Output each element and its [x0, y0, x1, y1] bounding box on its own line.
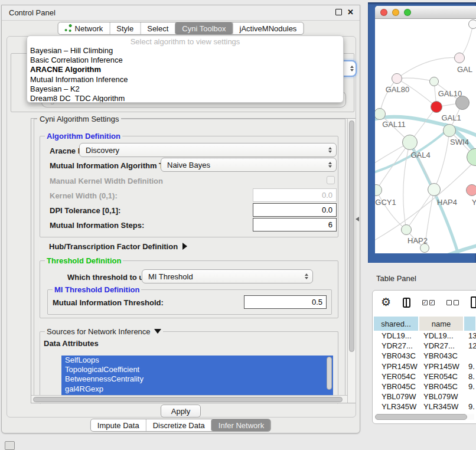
table-row[interactable]: YPR145WYPR145W9. — [374, 361, 476, 371]
settings-vertical-scrollbar[interactable] — [347, 119, 356, 403]
table-cell: 8. — [464, 372, 476, 381]
attributes-scrollbar[interactable] — [327, 357, 332, 390]
gear-icon[interactable]: ⚙ — [381, 296, 391, 308]
table-row[interactable]: YBL079WYBL079W — [374, 392, 476, 402]
tab-label: jActiveMNodules — [240, 24, 297, 33]
split-columns-icon[interactable] — [403, 298, 410, 308]
settings-horizontal-scrollbar[interactable] — [31, 395, 347, 403]
table-row[interactable]: YIL052CYIL052C9 — [374, 412, 476, 413]
network-node-gal80[interactable] — [392, 73, 402, 84]
tab-label: Network — [75, 24, 103, 33]
mi-threshold-group: MI Threshold Definition Mutual Informati… — [47, 289, 332, 315]
table-body: YDL19...YDL19...13YDR27...YDR27...12YBR0… — [374, 331, 476, 412]
select-all-columns-icon[interactable]: ✓✓ — [422, 300, 435, 305]
table-cell: 9. — [464, 402, 476, 411]
network-node[interactable] — [455, 96, 470, 110]
network-node[interactable] — [468, 19, 476, 29]
which-threshold-combo[interactable]: MI Threshold — [142, 269, 313, 283]
node-label: GAL1 — [441, 113, 461, 122]
table-row[interactable]: YBR043CYBR043C — [374, 351, 476, 361]
algorithm-option[interactable]: Bayesian – Hill Climbing — [27, 46, 343, 56]
mac-close-icon[interactable] — [380, 9, 387, 16]
aracne-mode-combo[interactable]: Discovery — [79, 143, 337, 157]
table-window: ⚙ ✓✓ shared...name YDL19...YDL19...13YDR… — [372, 290, 476, 424]
hub-definition-label[interactable]: Hub/Transcription Factor Definition — [49, 242, 187, 251]
attribute-item-selected[interactable]: BetweennessCentrality — [61, 374, 333, 384]
mac-zoom-icon[interactable] — [404, 9, 411, 16]
column-header[interactable] — [464, 317, 476, 331]
attribute-item-selected[interactable]: TopologicalCoefficient — [61, 365, 333, 374]
table-cell: YBL079W — [419, 392, 464, 401]
mi-threshold-field[interactable]: 0.5 — [244, 295, 327, 309]
threshold-definition-title: Threshold Definition — [45, 256, 123, 265]
mi-type-combo[interactable]: Naive Bayes — [161, 158, 337, 172]
tab-impute-data[interactable]: Impute Data — [91, 419, 146, 431]
network-node-gal4[interactable] — [402, 135, 418, 150]
network-canvas[interactable]: GALGAL80GAL10GAL1GAL11SWI4GAL4GCY1HAP4YH… — [375, 19, 476, 253]
mac-minimize-icon[interactable] — [392, 9, 399, 16]
attribute-item-selected[interactable]: gal4RGexp — [61, 384, 333, 394]
network-node-gal1[interactable] — [431, 101, 442, 113]
float-window-icon[interactable] — [335, 9, 342, 15]
data-attributes-list[interactable]: SelfLoopsTopologicalCoefficientBetweenne… — [61, 356, 333, 396]
mi-threshold-value: 0.5 — [312, 298, 322, 306]
table-row[interactable]: YER054CYER054C8. — [374, 371, 476, 381]
table-cell: YLR345W — [374, 402, 419, 411]
network-node-gal[interactable] — [454, 53, 465, 63]
table-row[interactable]: YDL19...YDL19...13 — [374, 331, 476, 341]
mi-threshold-label: Mutual Information Threshold: — [53, 298, 164, 307]
file-icon[interactable] — [471, 296, 476, 308]
mi-steps-value: 6 — [328, 220, 332, 229]
table-row[interactable]: YLR345WYLR345W9. — [374, 402, 476, 412]
close-icon[interactable]: ✕ — [347, 9, 354, 15]
tab-discretize-data[interactable]: Discretize Data — [146, 419, 211, 431]
settings-scrollpane: Cyni Algorithm Settings Algorithm Defini… — [31, 118, 356, 403]
mi-steps-label: Mutual Information Steps: — [50, 221, 144, 230]
bottom-tabbar: Impute DataDiscretize DataInfer Network — [90, 419, 271, 432]
network-node-hap2[interactable] — [401, 224, 412, 235]
network-node-gal10[interactable] — [429, 77, 439, 86]
algorithm-option[interactable]: ARACNE Algorithm — [27, 65, 343, 74]
kernel-width-field[interactable]: 0.0 — [253, 188, 337, 202]
table-panel-bar: Table Panel — [363, 268, 476, 289]
algorithm-option[interactable]: Basic Correlation Inference — [27, 56, 343, 65]
dpi-tolerance-field[interactable]: 0.0 — [253, 203, 337, 217]
sources-group-title[interactable]: Sources for Network Inference — [45, 327, 163, 336]
apply-button[interactable]: Apply — [161, 405, 201, 418]
table-cell: YDR27... — [419, 341, 464, 350]
deselect-all-columns-icon[interactable] — [446, 300, 459, 305]
table-cell: YDL19... — [419, 331, 464, 340]
attribute-item-selected[interactable]: SelfLoops — [61, 356, 333, 365]
table-cell: YBR043C — [419, 351, 464, 360]
table-cell: YPR145W — [419, 362, 464, 371]
tab-cyni-toolbox[interactable]: Cyni Toolbox — [174, 22, 233, 34]
network-node-swi4[interactable] — [443, 124, 456, 137]
control-panel-titlebar: Control Panel ✕ — [2, 5, 360, 21]
expand-right-icon[interactable] — [182, 243, 187, 250]
column-header-name[interactable]: name — [419, 317, 464, 331]
network-node-hap4[interactable] — [428, 183, 441, 196]
tab-infer-network[interactable]: Infer Network — [211, 419, 271, 431]
network-window-titlebar[interactable] — [375, 6, 476, 19]
collapse-panel-arrow-icon[interactable] — [356, 217, 359, 221]
collapse-down-icon[interactable] — [154, 329, 161, 334]
network-node-y[interactable] — [466, 184, 476, 196]
algorithm-option[interactable]: Mutual Information Inference — [27, 75, 343, 84]
tab-network[interactable]: Network — [58, 22, 110, 34]
tab-jactivemnodules[interactable]: jActiveMNodules — [233, 22, 304, 34]
table-row[interactable]: YDR27...YDR27...12 — [374, 341, 476, 351]
column-header-shared[interactable]: shared... — [374, 317, 419, 331]
table-cell: YER054C — [374, 372, 419, 381]
algorithm-option[interactable]: Bayesian – K2 — [27, 84, 343, 94]
mi-steps-field[interactable]: 6 — [253, 218, 337, 231]
tab-select[interactable]: Select — [140, 22, 175, 34]
tab-style[interactable]: Style — [109, 22, 140, 34]
network-node[interactable] — [420, 243, 429, 253]
algorithm-option[interactable]: Dream8 DC_TDC Algorithm — [27, 94, 343, 103]
table-row[interactable]: YBR045CYBR045C9. — [374, 381, 476, 392]
manual-kernel-checkbox[interactable] — [327, 176, 335, 184]
node-label: SWI4 — [450, 138, 469, 146]
table-horizontal-scrollbar[interactable] — [375, 414, 474, 420]
minimized-panel-icon[interactable] — [5, 441, 15, 450]
table-cell: YDR27... — [374, 341, 419, 350]
